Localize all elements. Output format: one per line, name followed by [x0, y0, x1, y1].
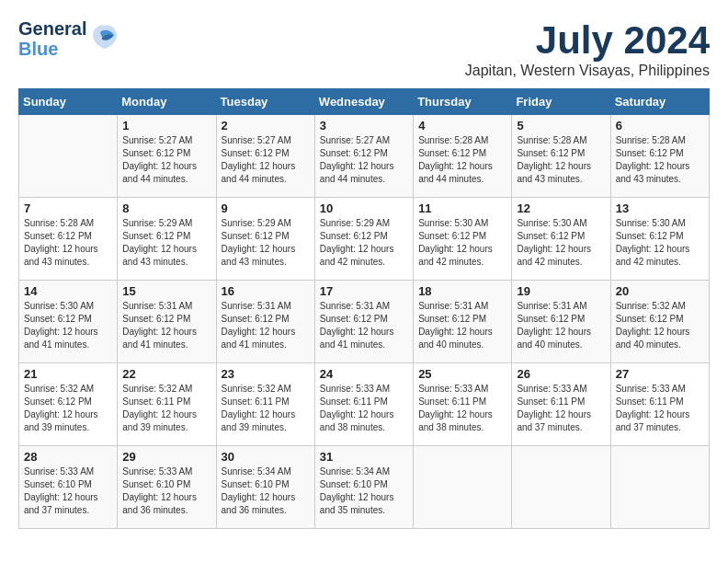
- calendar-cell: 15Sunrise: 5:31 AM Sunset: 6:12 PM Dayli…: [118, 281, 216, 363]
- day-number: 17: [320, 284, 408, 298]
- calendar-body: 1Sunrise: 5:27 AM Sunset: 6:12 PM Daylig…: [19, 115, 710, 529]
- day-info: Sunrise: 5:29 AM Sunset: 6:12 PM Dayligh…: [320, 217, 408, 269]
- weekday-header-friday: Friday: [512, 89, 610, 115]
- day-number: 9: [222, 201, 310, 215]
- day-info: Sunrise: 5:28 AM Sunset: 6:12 PM Dayligh…: [517, 134, 605, 186]
- calendar-cell: 16Sunrise: 5:31 AM Sunset: 6:12 PM Dayli…: [216, 281, 314, 363]
- calendar-cell: 5Sunrise: 5:28 AM Sunset: 6:12 PM Daylig…: [512, 115, 610, 198]
- day-info: Sunrise: 5:31 AM Sunset: 6:12 PM Dayligh…: [320, 300, 408, 351]
- day-number: 23: [222, 367, 310, 381]
- calendar-week-row: 14Sunrise: 5:30 AM Sunset: 6:12 PM Dayli…: [19, 281, 710, 363]
- day-number: 5: [517, 119, 605, 132]
- day-number: 31: [320, 450, 408, 464]
- calendar-cell: 3Sunrise: 5:27 AM Sunset: 6:12 PM Daylig…: [314, 115, 413, 198]
- calendar-cell: 1Sunrise: 5:27 AM Sunset: 6:12 PM Daylig…: [118, 115, 216, 198]
- weekday-header-sunday: Sunday: [19, 89, 118, 115]
- weekday-header-tuesday: Tuesday: [216, 89, 314, 115]
- day-number: 25: [418, 367, 506, 381]
- day-number: 13: [616, 201, 704, 215]
- day-info: Sunrise: 5:27 AM Sunset: 6:12 PM Dayligh…: [122, 134, 210, 186]
- weekday-header-thursday: Thursday: [414, 89, 512, 115]
- day-info: Sunrise: 5:32 AM Sunset: 6:12 PM Dayligh…: [616, 300, 704, 351]
- calendar-header-row: SundayMondayTuesdayWednesdayThursdayFrid…: [19, 89, 710, 115]
- logo: General Blue: [18, 18, 119, 59]
- logo-general: General: [18, 18, 86, 39]
- day-number: 10: [320, 201, 408, 215]
- day-info: Sunrise: 5:34 AM Sunset: 6:10 PM Dayligh…: [222, 465, 310, 517]
- day-info: Sunrise: 5:29 AM Sunset: 6:12 PM Dayligh…: [122, 217, 210, 269]
- calendar-cell: 11Sunrise: 5:30 AM Sunset: 6:12 PM Dayli…: [414, 198, 512, 281]
- day-info: Sunrise: 5:32 AM Sunset: 6:11 PM Dayligh…: [222, 383, 310, 434]
- day-number: 26: [517, 367, 605, 381]
- calendar-cell: [414, 446, 512, 529]
- day-number: 19: [517, 284, 605, 298]
- weekday-header-monday: Monday: [118, 89, 216, 115]
- day-number: 4: [418, 119, 506, 132]
- calendar-cell: 29Sunrise: 5:33 AM Sunset: 6:10 PM Dayli…: [118, 446, 216, 529]
- calendar-cell: 19Sunrise: 5:31 AM Sunset: 6:12 PM Dayli…: [512, 281, 610, 363]
- title-area: July 2024 Japitan, Western Visayas, Phil…: [465, 18, 710, 79]
- logo-blue: Blue: [18, 39, 86, 59]
- day-number: 20: [616, 284, 704, 298]
- calendar-cell: [512, 446, 610, 529]
- calendar-cell: 27Sunrise: 5:33 AM Sunset: 6:11 PM Dayli…: [610, 363, 709, 446]
- weekday-header-saturday: Saturday: [610, 89, 709, 115]
- calendar-cell: 8Sunrise: 5:29 AM Sunset: 6:12 PM Daylig…: [118, 198, 216, 281]
- day-number: 8: [122, 201, 210, 215]
- day-number: 27: [616, 367, 704, 381]
- calendar-table: SundayMondayTuesdayWednesdayThursdayFrid…: [18, 88, 710, 529]
- calendar-cell: 26Sunrise: 5:33 AM Sunset: 6:11 PM Dayli…: [512, 363, 610, 446]
- calendar-cell: 25Sunrise: 5:33 AM Sunset: 6:11 PM Dayli…: [414, 363, 512, 446]
- month-year-title: July 2024: [465, 18, 710, 63]
- calendar-cell: 4Sunrise: 5:28 AM Sunset: 6:12 PM Daylig…: [414, 115, 512, 198]
- calendar-cell: 21Sunrise: 5:32 AM Sunset: 6:12 PM Dayli…: [19, 363, 118, 446]
- day-number: 30: [222, 450, 310, 464]
- calendar-cell: 12Sunrise: 5:30 AM Sunset: 6:12 PM Dayli…: [512, 198, 610, 281]
- day-info: Sunrise: 5:33 AM Sunset: 6:11 PM Dayligh…: [616, 383, 704, 434]
- calendar-cell: [610, 446, 709, 529]
- day-info: Sunrise: 5:27 AM Sunset: 6:12 PM Dayligh…: [320, 134, 408, 186]
- calendar-cell: 31Sunrise: 5:34 AM Sunset: 6:10 PM Dayli…: [314, 446, 413, 529]
- calendar-cell: 28Sunrise: 5:33 AM Sunset: 6:10 PM Dayli…: [19, 446, 118, 529]
- day-info: Sunrise: 5:30 AM Sunset: 6:12 PM Dayligh…: [24, 300, 112, 351]
- calendar-cell: 22Sunrise: 5:32 AM Sunset: 6:11 PM Dayli…: [118, 363, 216, 446]
- day-number: 15: [122, 284, 210, 298]
- calendar-cell: [19, 115, 118, 198]
- calendar-cell: 18Sunrise: 5:31 AM Sunset: 6:12 PM Dayli…: [414, 281, 512, 363]
- day-number: 12: [517, 201, 605, 215]
- day-info: Sunrise: 5:33 AM Sunset: 6:11 PM Dayligh…: [320, 383, 408, 434]
- calendar-cell: 20Sunrise: 5:32 AM Sunset: 6:12 PM Dayli…: [610, 281, 709, 363]
- day-number: 11: [418, 201, 506, 215]
- day-info: Sunrise: 5:27 AM Sunset: 6:12 PM Dayligh…: [222, 134, 310, 186]
- day-number: 7: [24, 201, 112, 215]
- day-info: Sunrise: 5:33 AM Sunset: 6:11 PM Dayligh…: [418, 383, 506, 434]
- day-info: Sunrise: 5:31 AM Sunset: 6:12 PM Dayligh…: [418, 300, 506, 351]
- day-number: 24: [320, 367, 408, 381]
- day-info: Sunrise: 5:28 AM Sunset: 6:12 PM Dayligh…: [616, 134, 704, 186]
- calendar-cell: 30Sunrise: 5:34 AM Sunset: 6:10 PM Dayli…: [216, 446, 314, 529]
- day-number: 22: [122, 367, 210, 381]
- day-info: Sunrise: 5:32 AM Sunset: 6:12 PM Dayligh…: [24, 383, 112, 434]
- calendar-week-row: 1Sunrise: 5:27 AM Sunset: 6:12 PM Daylig…: [19, 115, 710, 198]
- day-info: Sunrise: 5:32 AM Sunset: 6:11 PM Dayligh…: [122, 383, 210, 434]
- day-number: 29: [122, 450, 210, 464]
- day-number: 28: [24, 450, 112, 464]
- calendar-week-row: 21Sunrise: 5:32 AM Sunset: 6:12 PM Dayli…: [19, 363, 710, 446]
- calendar-cell: 2Sunrise: 5:27 AM Sunset: 6:12 PM Daylig…: [216, 115, 314, 198]
- day-info: Sunrise: 5:29 AM Sunset: 6:12 PM Dayligh…: [222, 217, 310, 269]
- calendar-cell: 10Sunrise: 5:29 AM Sunset: 6:12 PM Dayli…: [314, 198, 413, 281]
- day-info: Sunrise: 5:31 AM Sunset: 6:12 PM Dayligh…: [122, 300, 210, 351]
- day-number: 14: [24, 284, 112, 298]
- day-number: 21: [24, 367, 112, 381]
- calendar-cell: 7Sunrise: 5:28 AM Sunset: 6:12 PM Daylig…: [19, 198, 118, 281]
- day-number: 2: [222, 119, 310, 132]
- calendar-cell: 14Sunrise: 5:30 AM Sunset: 6:12 PM Dayli…: [19, 281, 118, 363]
- page-header: General Blue July 2024 Japitan, Western …: [18, 18, 710, 79]
- day-info: Sunrise: 5:28 AM Sunset: 6:12 PM Dayligh…: [418, 134, 506, 186]
- day-number: 3: [320, 119, 408, 132]
- day-number: 6: [616, 119, 704, 132]
- calendar-cell: 23Sunrise: 5:32 AM Sunset: 6:11 PM Dayli…: [216, 363, 314, 446]
- day-info: Sunrise: 5:33 AM Sunset: 6:11 PM Dayligh…: [517, 383, 605, 434]
- day-info: Sunrise: 5:30 AM Sunset: 6:12 PM Dayligh…: [517, 217, 605, 269]
- weekday-header-wednesday: Wednesday: [314, 89, 413, 115]
